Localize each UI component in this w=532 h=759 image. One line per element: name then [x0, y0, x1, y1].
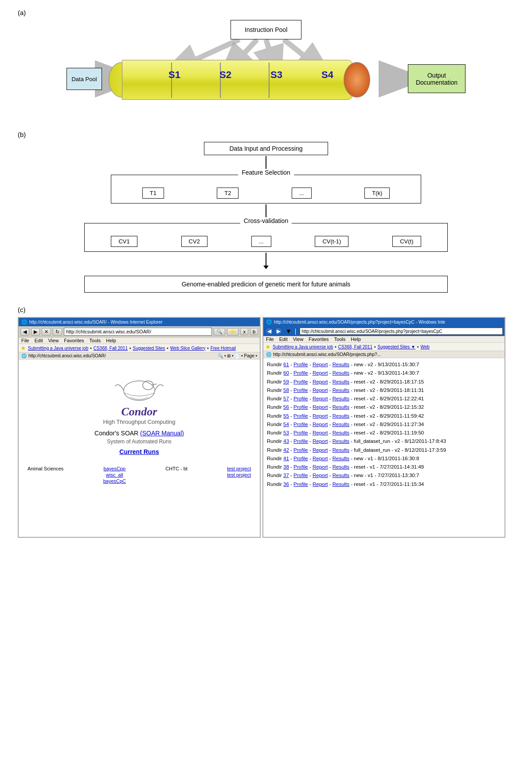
- rundir-report-36[interactable]: Report: [313, 481, 328, 487]
- rundir-report-61[interactable]: Report: [313, 362, 328, 367]
- menu-view-right[interactable]: View: [293, 336, 304, 342]
- rundir-report-41[interactable]: Report: [313, 456, 328, 461]
- soar-manual-link[interactable]: (SOAR Manual): [140, 430, 184, 437]
- rundir-profile-41[interactable]: Profile: [293, 456, 308, 461]
- back-button[interactable]: ◀: [20, 328, 29, 336]
- menu-help-right[interactable]: Help: [351, 336, 361, 342]
- rundir-results-36[interactable]: Results: [332, 481, 349, 487]
- rundir-report-59[interactable]: Report: [313, 379, 328, 384]
- rundir-num-57[interactable]: 57: [283, 396, 289, 401]
- address-input-right[interactable]: [300, 328, 503, 335]
- search-btn3[interactable]: b: [250, 328, 258, 335]
- rundir-results-58[interactable]: Results: [332, 387, 349, 393]
- rundir-report-54[interactable]: Report: [313, 422, 328, 427]
- rundir-num-37[interactable]: 37: [283, 473, 289, 478]
- menu-view-left[interactable]: View: [48, 338, 59, 343]
- test-project-2[interactable]: test project: [227, 472, 251, 477]
- rundir-results-59[interactable]: Results: [332, 379, 349, 384]
- rundir-profile-36[interactable]: Profile: [293, 481, 308, 487]
- rundir-num-54[interactable]: 54: [283, 422, 289, 427]
- menu-favorites-left[interactable]: Favorites: [64, 338, 84, 343]
- rundir-profile-58[interactable]: Profile: [293, 387, 308, 393]
- rundir-results-37[interactable]: Results: [332, 473, 349, 478]
- rundir-num-41[interactable]: 41: [283, 456, 289, 461]
- rundir-profile-59[interactable]: Profile: [293, 379, 308, 384]
- rundir-num-58[interactable]: 58: [283, 387, 289, 393]
- rundir-profile-60[interactable]: Profile: [293, 370, 308, 376]
- rundir-profile-56[interactable]: Profile: [293, 404, 308, 410]
- fav-item-4[interactable]: Web Slice Gallery: [170, 346, 205, 351]
- menu-file-right[interactable]: File: [266, 336, 274, 342]
- rundir-num-53[interactable]: 53: [283, 430, 289, 435]
- rundir-results-54[interactable]: Results: [332, 422, 349, 427]
- current-runs-link[interactable]: Current Runs: [119, 448, 159, 455]
- address-input-left[interactable]: [64, 328, 212, 336]
- rundir-profile-53[interactable]: Profile: [293, 430, 308, 435]
- link-bayescpp[interactable]: bayesCpp: [103, 466, 126, 471]
- rundir-profile-42[interactable]: Profile: [293, 447, 308, 453]
- rundir-num-61[interactable]: 61: [283, 362, 289, 367]
- link-wisc-all[interactable]: wisc_all: [103, 472, 126, 477]
- search-btn2[interactable]: x: [240, 328, 248, 335]
- rundir-report-43[interactable]: Report: [313, 438, 328, 444]
- back-btn-right[interactable]: ◀: [265, 327, 273, 335]
- rundir-report-58[interactable]: Report: [313, 387, 328, 393]
- rundir-report-55[interactable]: Report: [313, 413, 328, 419]
- go-button[interactable]: 🔍: [214, 328, 225, 336]
- rundir-report-56[interactable]: Report: [313, 404, 328, 410]
- fav-item-5[interactable]: Free Hotmail: [211, 346, 236, 351]
- menu-file-left[interactable]: File: [21, 338, 29, 343]
- r-fav-2[interactable]: CS368, Fall 2011: [338, 344, 372, 349]
- rundir-report-60[interactable]: Report: [313, 370, 328, 376]
- rundir-results-60[interactable]: Results: [332, 370, 349, 376]
- rundir-num-38[interactable]: 38: [283, 464, 289, 469]
- link-bayescpc[interactable]: bayesCpC: [103, 478, 126, 484]
- rundir-report-57[interactable]: Report: [313, 396, 328, 401]
- menu-edit-right[interactable]: Edit: [279, 336, 288, 342]
- forward-btn-right[interactable]: ▶: [274, 327, 282, 335]
- rundir-report-42[interactable]: Report: [313, 447, 328, 453]
- rundir-profile-55[interactable]: Profile: [293, 413, 308, 419]
- rundir-profile-57[interactable]: Profile: [293, 396, 308, 401]
- rundir-num-56[interactable]: 56: [283, 404, 289, 410]
- menu-favorites-right[interactable]: Favorites: [309, 336, 329, 342]
- rundir-profile-37[interactable]: Profile: [293, 473, 308, 478]
- fav-item-3[interactable]: Suggested Sites: [133, 346, 165, 351]
- rundir-results-42[interactable]: Results: [332, 447, 349, 453]
- rundir-profile-61[interactable]: Profile: [293, 362, 308, 367]
- rundir-num-42[interactable]: 42: [283, 447, 289, 453]
- rundir-report-53[interactable]: Report: [313, 430, 328, 435]
- test-project-1[interactable]: test project: [227, 466, 251, 471]
- r-fav-4[interactable]: Web: [421, 344, 430, 349]
- rundir-num-60[interactable]: 60: [283, 370, 289, 376]
- rundir-results-43[interactable]: Results: [332, 438, 349, 444]
- rundir-results-55[interactable]: Results: [332, 413, 349, 419]
- rundir-profile-38[interactable]: Profile: [293, 464, 308, 469]
- rundir-report-38[interactable]: Report: [313, 464, 328, 469]
- menu-tools-left[interactable]: Tools: [90, 338, 101, 343]
- refresh-button[interactable]: ↻: [53, 328, 62, 336]
- rundir-num-36[interactable]: 36: [283, 481, 289, 487]
- menu-help-left[interactable]: Help: [106, 338, 116, 343]
- rundir-num-59[interactable]: 59: [283, 379, 289, 384]
- rundir-num-43[interactable]: 43: [283, 438, 289, 444]
- rundir-num-55[interactable]: 55: [283, 413, 289, 419]
- rundir-results-41[interactable]: Results: [332, 456, 349, 461]
- rundir-report-37[interactable]: Report: [313, 473, 328, 478]
- rundir-results-53[interactable]: Results: [332, 430, 349, 435]
- rundir-results-57[interactable]: Results: [332, 396, 349, 401]
- rundir-results-56[interactable]: Results: [332, 404, 349, 410]
- r-fav-1[interactable]: Submitting a Java universe job: [273, 344, 333, 349]
- forward-button[interactable]: ▶: [31, 328, 40, 336]
- fav-item-1[interactable]: Submitting a Java universe job: [28, 346, 88, 351]
- rundir-profile-43[interactable]: Profile: [293, 438, 308, 444]
- menu-edit-left[interactable]: Edit: [35, 338, 43, 343]
- r-fav-3[interactable]: Suggested Sites ▼: [378, 344, 416, 349]
- menu-tools-right[interactable]: Tools: [334, 336, 346, 342]
- fav-item-2[interactable]: CS368, Fall 2011: [94, 346, 128, 351]
- search-btn1[interactable]: ⭐: [227, 328, 239, 336]
- rundir-results-38[interactable]: Results: [332, 464, 349, 469]
- stop-button[interactable]: ✕: [42, 328, 51, 336]
- rundir-results-61[interactable]: Results: [332, 362, 349, 367]
- rundir-profile-54[interactable]: Profile: [293, 422, 308, 427]
